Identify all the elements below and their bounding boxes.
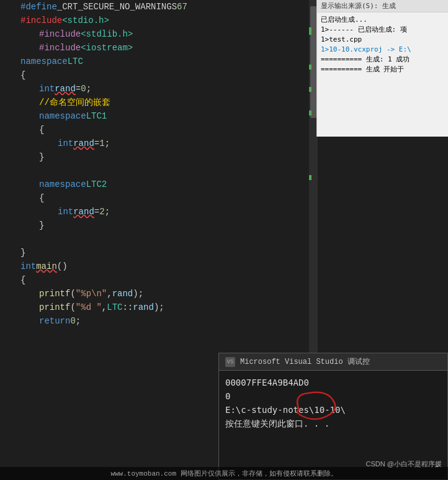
token: ; [105, 137, 110, 150]
debug-title-text: Microsoft Visual Studio 调试控 [240, 356, 370, 367]
code-line: ⊟namespace LTC1 [20, 109, 316, 123]
output-line: ========== 生成: 1 成功 [321, 55, 444, 65]
token: namespace [39, 178, 86, 191]
token: = [94, 137, 99, 150]
token: int [58, 205, 73, 219]
token: LTC1 [86, 109, 107, 123]
token: 1 [99, 137, 104, 150]
code-line: //命名空间的嵌套 [20, 96, 316, 109]
token: = [76, 82, 81, 96]
csdn-badge: CSDN @小白不是程序媛 [366, 460, 442, 469]
watermark-bar: www.toymoban.com 网络图片仅供展示，非存储，如有侵权请联系删除。 [0, 467, 448, 480]
output-text: 已启动生成...1>------ 已启动生成: 项1>test.cpp1>10-… [317, 12, 448, 77]
token: = [94, 205, 99, 219]
change-indicator [309, 111, 311, 115]
code-line: #include<stdlib.h> [20, 27, 316, 41]
token: ; [105, 205, 110, 219]
token: #include [20, 14, 62, 27]
token: int [20, 260, 36, 273]
code-line: printf("%d ", LTC::rand); [20, 301, 316, 314]
token: ); [133, 287, 143, 301]
token: 2 [99, 205, 104, 219]
token: { [20, 273, 25, 287]
code-line: { [20, 191, 316, 205]
token: () [57, 260, 68, 273]
token: ( [70, 301, 75, 314]
code-line [20, 164, 316, 178]
token: return [39, 314, 70, 328]
vs-icon: VS [225, 357, 235, 367]
token: , [102, 301, 107, 314]
token: ; [86, 82, 91, 96]
code-line: printf("%p\n",rand); [20, 287, 316, 301]
token: rand [73, 205, 94, 219]
token: namespace [39, 109, 86, 123]
watermark-text: www.toymoban.com 网络图片仅供展示，非存储，如有侵权请联系删除。 [110, 470, 337, 478]
token: LTC [68, 55, 83, 68]
change-indicator [309, 65, 311, 70]
token: rand [73, 137, 94, 150]
token: } [39, 150, 44, 164]
code-line: int rand = 1; [20, 137, 316, 150]
scroll-thumb[interactable] [310, 6, 316, 118]
token: LTC2 [86, 178, 107, 191]
token: 67 [177, 0, 187, 14]
code-line: ⊟int main() [20, 260, 316, 273]
token: 0 [81, 82, 86, 96]
code-line: { [20, 123, 316, 137]
code-line: { [20, 273, 316, 287]
line-gutter [0, 0, 17, 480]
token: rand [133, 301, 154, 314]
token: #include [39, 41, 81, 55]
token: #include [39, 27, 81, 41]
token: <iostream> [81, 41, 133, 55]
token: { [39, 123, 44, 137]
token: <stdlib.h> [81, 27, 133, 41]
token: rand [112, 287, 133, 301]
change-indicator [309, 175, 311, 180]
debug-line: 按任意键关闭此窗口. . . [225, 417, 441, 430]
code-line: return 0; [20, 314, 316, 328]
token: //命名空间的嵌套 [39, 96, 110, 109]
token: int [39, 82, 55, 96]
debug-line: 00007FFE4A9B4AD0 [225, 376, 441, 389]
csdn-text: CSDN @小白不是程序媛 [366, 460, 442, 468]
code-line: int rand = 2; [20, 205, 316, 219]
token: printf [39, 287, 70, 301]
output-line: 已启动生成... [321, 15, 444, 25]
token: int [58, 137, 73, 150]
change-indicator [309, 87, 311, 92]
token: rand [55, 82, 76, 96]
code-line: #define _CRT_SECURE_NO_WARNINGS 67 [20, 0, 316, 14]
token: "%d " [76, 301, 102, 314]
output-panel: 显示输出来源(S): 生成 已启动生成...1>------ 已启动生成: 项1… [316, 0, 448, 137]
token: #define [20, 0, 57, 14]
output-line: 1>------ 已启动生成: 项 [321, 25, 444, 35]
token: 0 [70, 314, 75, 328]
output-line: ========== 生成 开始于 [321, 65, 444, 75]
code-line: { [20, 68, 316, 82]
code-line: int rand = 0; [20, 82, 316, 96]
code-line: ⊟namespace LTC [20, 55, 316, 68]
code-line: } [20, 150, 316, 164]
code-line: } [20, 219, 316, 232]
token: ; [76, 314, 81, 328]
output-line: 1>test.cpp [321, 35, 444, 45]
token: <stdio.h> [62, 14, 109, 27]
token: main [36, 260, 57, 273]
token: } [20, 246, 25, 260]
debug-title-bar: VS Microsoft Visual Studio 调试控 [219, 353, 447, 371]
token: ( [70, 287, 75, 301]
code-line: ⊟#include<stdio.h> [20, 14, 316, 27]
token: { [20, 68, 25, 82]
token: { [39, 191, 44, 205]
debug-line: E:\c-study-notes\10-10\ [225, 403, 441, 417]
token: ); [154, 301, 164, 314]
token: namespace [20, 55, 68, 68]
token: :: [122, 301, 133, 314]
token: "%p\n" [76, 287, 107, 301]
change-indicator [309, 27, 311, 35]
output-header: 显示输出来源(S): 生成 [317, 0, 448, 12]
token: , [107, 287, 112, 301]
token: } [39, 219, 44, 232]
